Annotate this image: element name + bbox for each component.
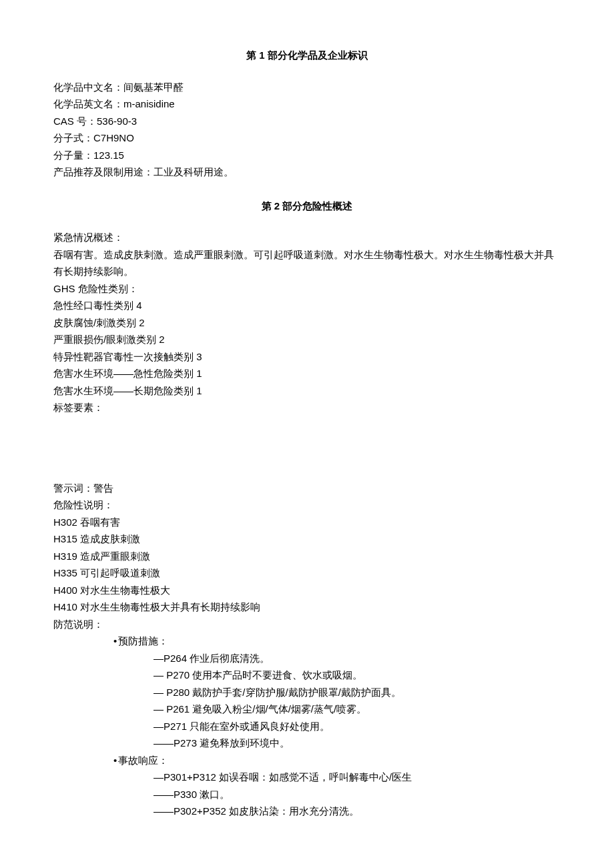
precaution-item-text: P301+P312 如误吞咽：如感觉不适，呼叫解毒中心/医生 xyxy=(164,771,412,783)
precaution-item-text: P270 使用本产品时不要进食、饮水或吸烟。 xyxy=(166,669,362,681)
formula-label: 分子式： xyxy=(53,132,93,143)
precaution-item: P271 只能在室外或通风良好处使用。 xyxy=(53,718,561,735)
ghs-label: GHS 危险性类别： xyxy=(53,280,561,298)
response-header: 事故响应： xyxy=(53,752,561,769)
formula-value: C7H9NO xyxy=(93,132,134,143)
hazard-statement-item: H335 可引起呼吸道刺激 xyxy=(53,564,561,582)
precaution-item-text: P330 漱口。 xyxy=(174,789,230,800)
prevention-list: P264 作业后彻底清洗。 P270 使用本产品时不要进食、饮水或吸烟。 P28… xyxy=(53,650,561,752)
hazard-statement-item: H302 吞咽有害 xyxy=(53,514,561,531)
precaution-item-text: P280 戴防护手套/穿防护服/戴防护眼罩/戴防护面具。 xyxy=(166,687,401,698)
emergency-text: 吞咽有害。造成皮肤刺激。造成严重眼刺激。可引起呼吸道刺激。对水生生物毒性极大。对… xyxy=(53,246,561,280)
precaution-item: P264 作业后彻底清洗。 xyxy=(53,650,561,667)
chinese-name-value: 间氨基苯甲醛 xyxy=(123,81,184,93)
ghs-item: 急性经口毒性类别 4 xyxy=(53,297,561,314)
mw-line: 分子量：123.15 xyxy=(53,147,561,164)
usage-label: 产品推荐及限制用途： xyxy=(53,166,154,177)
english-name-label: 化学品英文名： xyxy=(53,98,123,109)
precaution-label: 防范说明： xyxy=(53,616,561,633)
section-2-title: 第 2 部分危险性概述 xyxy=(53,197,561,215)
mw-label: 分子量： xyxy=(53,149,93,161)
ghs-list: 急性经口毒性类别 4皮肤腐蚀/刺激类别 2严重眼损伤/眼刺激类别 2特异性靶器官… xyxy=(53,297,561,399)
precaution-item: P270 使用本产品时不要进食、饮水或吸烟。 xyxy=(53,667,561,684)
cas-label: CAS 号： xyxy=(53,115,97,127)
cas-line: CAS 号：536-90-3 xyxy=(53,113,561,130)
ghs-item: 严重眼损伤/眼刺激类别 2 xyxy=(53,331,561,348)
precaution-item-text: P271 只能在室外或通风良好处使用。 xyxy=(164,721,330,732)
precaution-item: P330 漱口。 xyxy=(53,786,561,803)
response-header-text: 事故响应： xyxy=(118,755,168,766)
hazard-statement-item: H400 对水生生物毒性极大 xyxy=(53,582,561,599)
precaution-item-text: P302+P352 如皮肤沾染：用水充分清洗。 xyxy=(174,805,359,817)
mw-value: 123.15 xyxy=(93,149,124,161)
cas-value: 536-90-3 xyxy=(97,115,137,127)
precaution-item: P280 戴防护手套/穿防护服/戴防护眼罩/戴防护面具。 xyxy=(53,684,561,701)
hazard-statement-list: H302 吞咽有害H315 造成皮肤刺激H319 造成严重眼刺激H335 可引起… xyxy=(53,514,561,616)
hazard-statement-item: H410 对水生生物毒性极大并具有长期持续影响 xyxy=(53,598,561,616)
hazard-statement-label: 危险性说明： xyxy=(53,496,561,514)
precaution-item-text: P261 避免吸入粉尘/烟/气体/烟雾/蒸气/喷雾。 xyxy=(166,703,366,715)
usage-line: 产品推荐及限制用途：工业及科研用途。 xyxy=(53,163,561,181)
ghs-item: 皮肤腐蚀/刺激类别 2 xyxy=(53,314,561,332)
ghs-item: 危害水生环境——急性危险类别 1 xyxy=(53,365,561,382)
hazard-statement-item: H319 造成严重眼刺激 xyxy=(53,548,561,565)
english-name-value: m-anisidine xyxy=(123,98,175,109)
signal-word-label: 警示词： xyxy=(53,482,93,494)
precaution-item-text: P273 避免释放到环境中。 xyxy=(174,737,290,749)
ghs-item: 特异性靶器官毒性一次接触类别 3 xyxy=(53,348,561,366)
pictogram-placeholder xyxy=(53,416,561,480)
precaution-item: P261 避免吸入粉尘/烟/气体/烟雾/蒸气/喷雾。 xyxy=(53,701,561,718)
precaution-item: P301+P312 如误吞咽：如感觉不适，呼叫解毒中心/医生 xyxy=(53,769,561,786)
usage-value: 工业及科研用途。 xyxy=(154,166,234,177)
section-1-title: 第 1 部分化学品及企业标识 xyxy=(53,47,561,64)
prevention-header: 预防措施： xyxy=(53,632,561,650)
hazard-statement-item: H315 造成皮肤刺激 xyxy=(53,530,561,548)
prevention-header-text: 预防措施： xyxy=(118,635,168,646)
label-elements-label: 标签要素： xyxy=(53,399,561,416)
ghs-item: 危害水生环境——长期危险类别 1 xyxy=(53,382,561,400)
emergency-label: 紧急情况概述： xyxy=(53,229,561,246)
signal-word-line: 警示词：警告 xyxy=(53,480,561,497)
response-list: P301+P312 如误吞咽：如感觉不适，呼叫解毒中心/医生P330 漱口。P3… xyxy=(53,769,561,820)
precaution-item: P302+P352 如皮肤沾染：用水充分清洗。 xyxy=(53,803,561,820)
precaution-item-text: P264 作业后彻底清洗。 xyxy=(164,653,270,664)
english-name-line: 化学品英文名：m-anisidine xyxy=(53,95,561,113)
chinese-name-line: 化学品中文名：间氨基苯甲醛 xyxy=(53,79,561,96)
formula-line: 分子式：C7H9NO xyxy=(53,129,561,147)
chinese-name-label: 化学品中文名： xyxy=(53,81,123,93)
precaution-item: P273 避免释放到环境中。 xyxy=(53,735,561,752)
signal-word-value: 警告 xyxy=(93,482,113,494)
